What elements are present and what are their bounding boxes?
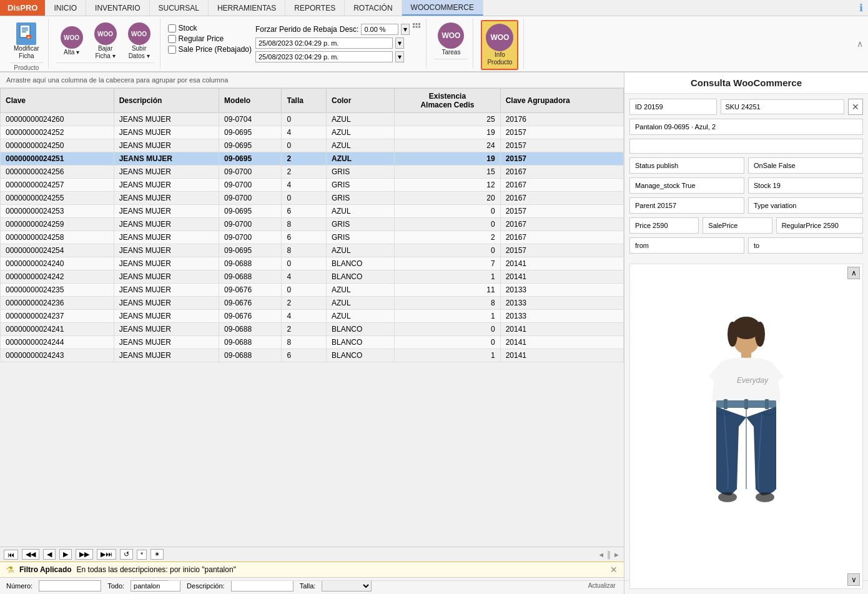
nav-herramientas[interactable]: HERRAMIENTAS <box>209 0 285 16</box>
table-cell: JEANS MUJER <box>114 113 219 126</box>
ribbon-checkboxes: Stock Regular Price Sale Price (Rebajado… <box>168 24 252 54</box>
subir-datos-button[interactable]: WOO SubirDatos ▾ <box>124 20 155 62</box>
nav-refresh-btn[interactable]: ↺ <box>120 549 133 560</box>
table-row[interactable]: 00000000024257JEANS MUJER09-07004GRIS122… <box>1 179 624 192</box>
alta-button[interactable]: WOO Alta ▾ <box>56 24 87 59</box>
actualizar-settings-icon[interactable] <box>412 22 421 31</box>
table-row[interactable]: 00000000024251JEANS MUJER09-06952AZUL192… <box>1 152 624 166</box>
table-cell: 20157 <box>500 152 623 166</box>
svg-point-23 <box>718 492 737 502</box>
table-cell: 1 <box>395 310 501 323</box>
regular-price-checkbox-label[interactable]: Regular Price <box>168 34 252 43</box>
table-cell: 4 <box>282 126 327 139</box>
table-cell: AZUL <box>326 205 394 218</box>
regular-price-checkbox[interactable] <box>168 35 176 43</box>
table-row[interactable]: 00000000024256JEANS MUJER09-07002GRIS152… <box>1 166 624 179</box>
ribbon-group-woo: WOO Alta ▾ WOO BajarFicha ▾ WOO SubirDat… <box>51 19 160 69</box>
svg-point-14 <box>727 322 737 347</box>
panel-extra-input[interactable] <box>629 139 863 154</box>
table-cell: 09-0695 <box>219 205 282 218</box>
sale-price-date-dropdown[interactable]: ▾ <box>395 51 404 62</box>
table-cell: 0 <box>395 244 501 257</box>
doc-icon <box>16 22 36 45</box>
stock-checkbox[interactable] <box>168 24 176 32</box>
desc-label: Desc: <box>340 25 359 34</box>
nav-rotacion[interactable]: ROTACIÓN <box>345 0 402 16</box>
col-modelo: Modelo <box>219 89 282 113</box>
table-cell: JEANS MUJER <box>114 310 219 323</box>
sale-price-date-input[interactable] <box>255 51 393 62</box>
nav-next-next-btn[interactable]: ▶▶ <box>76 549 93 560</box>
nav-woocommerce[interactable]: WOOCOMMERCE <box>402 0 483 16</box>
ribbon-woo-group-label <box>56 62 155 71</box>
table-cell: 0 <box>395 218 501 231</box>
numero-input[interactable] <box>39 580 101 592</box>
panel-status-row: Status publish OnSale False <box>629 157 863 174</box>
ribbon-woo-buttons: WOO Alta ▾ WOO BajarFicha ▾ WOO SubirDat… <box>56 20 155 62</box>
table-row[interactable]: 00000000024244JEANS MUJER09-06888BLANCO0… <box>1 336 624 349</box>
table-row[interactable]: 00000000024242JEANS MUJER09-06884BLANCO1… <box>1 270 624 284</box>
table-row[interactable]: 00000000024255JEANS MUJER09-07000GRIS202… <box>1 192 624 205</box>
tareas-woo-icon: WOO <box>438 22 464 49</box>
nav-asterisk-btn[interactable]: ✶ <box>150 549 164 560</box>
table-cell: 20141 <box>500 349 623 362</box>
panel-close-btn[interactable]: ✕ <box>848 99 863 115</box>
sale-price-checkbox-label[interactable]: Sale Price (Rebajado) <box>168 45 252 54</box>
nav-prev-prev-btn[interactable]: ◀◀ <box>22 549 39 560</box>
nav-last-btn[interactable]: ▶⏭ <box>97 549 116 560</box>
table-cell: 20157 <box>500 139 623 152</box>
table-row[interactable]: 00000000024241JEANS MUJER09-06882BLANCO0… <box>1 323 624 336</box>
ribbon-fields: Forzar Perido de Rebaja Desc: ▾ ▾ ▾ <box>255 24 410 62</box>
table-row[interactable]: 00000000024259JEANS MUJER09-07008GRIS020… <box>1 218 624 231</box>
table-row[interactable]: 00000000024235JEANS MUJER09-06760AZUL112… <box>1 284 624 297</box>
info-producto-button[interactable]: WOO InfoProducto <box>481 20 518 70</box>
svg-point-15 <box>755 322 765 347</box>
table-cell: 0 <box>282 257 327 270</box>
table-cell: 00000000024256 <box>1 166 114 179</box>
table-row[interactable]: 00000000024253JEANS MUJER09-06956AZUL020… <box>1 205 624 218</box>
nav-reportes[interactable]: REPORTES <box>285 0 345 16</box>
table-row[interactable]: 00000000024260JEANS MUJER09-07040AZUL252… <box>1 113 624 126</box>
table-cell: 0 <box>395 336 501 349</box>
nav-next-btn[interactable]: ▶ <box>59 549 72 560</box>
nav-first-btn[interactable]: ⏮ <box>4 550 18 560</box>
panel-sku-input[interactable] <box>721 99 844 114</box>
bajar-ficha-button[interactable]: WOO BajarFicha ▾ <box>90 20 121 62</box>
desc-dropdown-btn[interactable]: ▾ <box>401 24 410 35</box>
table-cell: JEANS MUJER <box>114 179 219 192</box>
nav-prev-btn[interactable]: ◀ <box>43 549 56 560</box>
regular-price-date-input[interactable] <box>255 37 393 49</box>
info-icon[interactable]: ℹ <box>859 2 863 14</box>
table-scroll-area[interactable]: Clave Descripción Modelo Talla Color Exi… <box>0 88 624 547</box>
stock-checkbox-label[interactable]: Stock <box>168 24 252 32</box>
table-row[interactable]: 00000000024250JEANS MUJER09-06950AZUL242… <box>1 139 624 152</box>
nav-sucursal[interactable]: SUCURSAL <box>150 0 209 16</box>
tareas-button[interactable]: WOO Tareas <box>434 20 468 59</box>
table-nav-bar: ⏮ ◀◀ ◀ ▶ ▶▶ ▶⏭ ↺ * ✶ ◄ ║ ► <box>0 547 624 562</box>
table-cell: 00000000024252 <box>1 126 114 139</box>
regular-price-date-dropdown[interactable]: ▾ <box>395 37 404 49</box>
table-row[interactable]: 00000000024240JEANS MUJER09-06880BLANCO7… <box>1 257 624 270</box>
modificar-ficha-button[interactable]: ModificarFicha <box>10 20 43 62</box>
sale-price-checkbox[interactable] <box>168 46 176 54</box>
nav-inventario[interactable]: INVENTARIO <box>86 0 149 16</box>
table-cell: GRIS <box>326 192 394 205</box>
filter-close-btn[interactable]: ✕ <box>610 565 618 575</box>
table-row[interactable]: 00000000024243JEANS MUJER09-06886BLANCO1… <box>1 349 624 362</box>
table-cell: 00000000024237 <box>1 310 114 323</box>
image-scroll-up-btn[interactable]: ∧ <box>847 267 860 279</box>
nav-inicio[interactable]: INICIO <box>45 0 86 16</box>
table-row[interactable]: 00000000024236JEANS MUJER09-06762AZUL820… <box>1 297 624 310</box>
table-cell: 20167 <box>500 192 623 205</box>
desc-input[interactable] <box>361 24 398 35</box>
table-row[interactable]: 00000000024258JEANS MUJER09-07006GRIS220… <box>1 231 624 244</box>
image-scroll-down-btn[interactable]: ∨ <box>847 573 860 586</box>
table-cell: 0 <box>282 192 327 205</box>
table-cell: JEANS MUJER <box>114 297 219 310</box>
nav-star-btn[interactable]: * <box>137 550 147 560</box>
table-row[interactable]: 00000000024237JEANS MUJER09-06764AZUL120… <box>1 310 624 323</box>
table-row[interactable]: 00000000024254JEANS MUJER09-06958AZUL020… <box>1 244 624 257</box>
table-row[interactable]: 00000000024252JEANS MUJER09-06954AZUL192… <box>1 126 624 139</box>
ribbon-collapse-btn[interactable]: ∧ <box>857 39 863 49</box>
table-cell: 20167 <box>500 166 623 179</box>
